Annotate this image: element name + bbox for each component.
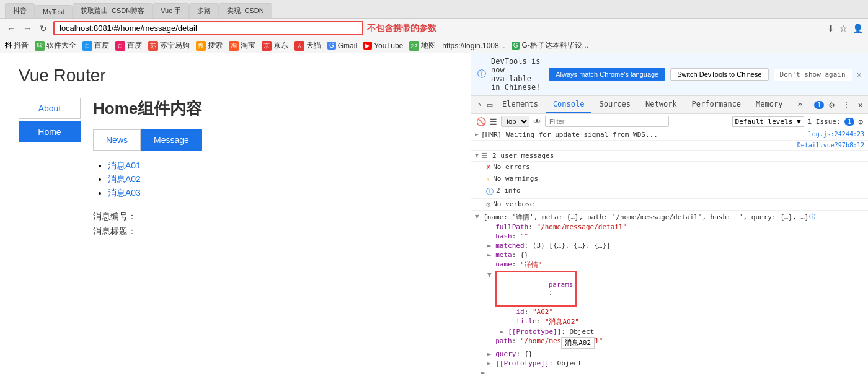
address-input[interactable] [53,21,363,35]
console-row-info: ⓘ 2 info [471,185,868,199]
console-settings-icon[interactable]: ⚙ [858,117,863,126]
main-container: Vue Router About Home Home组件内容 News Mess… [0,53,868,374]
bookmark-1008[interactable]: https://login.1008... [442,42,505,50]
default-levels-select[interactable]: Default levels ▼ [732,116,804,127]
bookmark-gezi[interactable]: G G-格子达本科毕设... [512,40,588,51]
expand-arrow[interactable]: ► [475,131,479,138]
tree-expand-meta[interactable]: ► [487,251,495,259]
gmail-icon: G [327,42,336,50]
tab-sources[interactable]: Sources [591,96,638,113]
hmr-source[interactable]: log.js:24244:23 [808,131,864,138]
tree-params-id: id : "A02" [475,307,864,317]
bookmark-software[interactable]: 软 软件大全 [35,40,76,51]
tab-more[interactable]: » [790,96,809,113]
inspect-element-icon[interactable]: ◝ [474,97,485,113]
tree-expand-query[interactable]: ► [487,350,495,358]
tab-performance[interactable]: Performance [684,96,748,113]
tab-0[interactable]: 抖音 [5,3,35,18]
settings-gear-icon[interactable]: ⚙ [826,97,836,112]
bookmark-jd[interactable]: 京 京东 [262,40,288,51]
tab-2[interactable]: 获取路由_CSDN博客 [73,3,153,18]
sub-tab-message[interactable]: Message [141,129,202,151]
params-highlight-box: params : [495,271,577,307]
message-link-a02[interactable]: 消息A02 [108,174,141,184]
more-options-icon[interactable]: ⋮ [839,97,853,112]
info-label: 2 info [496,186,864,195]
forward-button[interactable]: → [21,22,33,35]
tree-indent [500,308,516,316]
refresh-button[interactable]: ↻ [37,22,50,35]
devtools-right-icons: 1 ⚙ ⋮ ✕ [814,97,866,112]
tree-right-arrow-icon[interactable]: ► [481,369,485,374]
profile-icon[interactable]: 👤 [852,24,863,33]
filter-toggle-icon[interactable]: ☰ [490,117,497,126]
bookmark-icon[interactable]: ☆ [839,24,848,33]
switch-chinese-button[interactable]: Switch DevTools to Chinese [670,68,768,81]
bookmark-gmail[interactable]: G Gmail [327,42,357,50]
tree-arrow-right: ► [475,368,864,374]
tab-elements[interactable]: Elements [495,96,546,113]
tree-matched-val: (3) [{…}, {…}, {…}] [533,242,611,250]
console-row-user-messages: ▼ ☰ 2 user messages [471,151,868,162]
tree-expand-matched[interactable]: ► [487,242,495,250]
info-icon: ⓘ [477,69,486,80]
issue-count: 1 Issue: 1 [808,118,855,126]
tab-console[interactable]: Console [546,96,592,113]
bookmark-baidu1-label: 百度 [94,40,109,51]
tree-expand-proto1[interactable]: ► [500,328,508,336]
bookmark-baidu2-label: 百度 [127,40,142,51]
device-mode-icon[interactable]: ▭ [485,97,495,112]
tree-expand-root[interactable]: ▼ [475,212,483,221]
tree-query-val: {} [525,350,533,358]
message-link-a01[interactable]: 消息A01 [108,160,141,170]
clear-console-icon[interactable]: 🚫 [476,117,486,126]
bookmark-map[interactable]: 地 地图 [409,40,436,51]
browser-tabs: 抖音 MyTest 获取路由_CSDN博客 Vue 手 多路 实现_CSDN [0,0,868,19]
address-bar-row: ← → ↻ 不包含携带的参数 ⬇ ☆ 👤 [0,19,868,38]
devtools-body: ► [HMR] Waiting for update signal from W… [471,129,868,374]
context-select[interactable]: top [501,116,529,127]
bookmark-youtube[interactable]: ▶ YouTube [363,42,403,50]
info-circle-icon: ⓘ [486,186,494,197]
dont-show-again-button[interactable]: Don't show again [774,69,852,81]
bookmark-baidu2[interactable]: 百 百度 [115,40,142,51]
tab-network[interactable]: Network [638,96,684,113]
address-warning: 不包含携带的参数 [367,23,436,34]
tab-3[interactable]: Vue 手 [153,3,189,18]
console-row-no-warnings: ⚠ No warnings [471,173,868,185]
eye-icon[interactable]: 👁 [533,117,541,126]
detail-source[interactable]: Detail.vue?97b8:12 [797,142,864,149]
tab-4[interactable]: 多路 [189,3,219,18]
message-link-a03[interactable]: 消息A03 [108,188,141,198]
user-messages-expand[interactable]: ▼ [475,152,479,159]
notification-close-button[interactable]: ✕ [857,69,862,79]
back-button[interactable]: ← [5,22,17,35]
bookmark-tianmao[interactable]: 天 天猫 [294,40,321,51]
devtools-panel: ⓘ DevTools is now available in Chinese! … [471,53,868,374]
bookmark-douyin[interactable]: 抖 抖音 [5,40,29,51]
match-language-button[interactable]: Always match Chrome's language [549,68,665,81]
tianmao-icon: 天 [294,41,304,51]
tab-1[interactable]: MyTest [35,5,73,18]
sub-tab-news[interactable]: News [93,129,141,151]
bookmark-suning[interactable]: 苏 苏宁易购 [148,40,190,51]
nav-home[interactable]: Home [19,121,81,142]
filter-input[interactable] [545,116,669,127]
tree-expand-proto2[interactable]: ► [487,359,495,367]
nav-about[interactable]: About [19,98,81,119]
tree-fullpath-val: "/home/message/detail" [536,223,627,231]
tab-5[interactable]: 实现_CSDN [219,3,272,18]
list-icon: ☰ [481,152,487,160]
devtools-tabs: ◝ ▭ Elements Console Sources Network Per… [471,96,868,114]
bookmark-taobao[interactable]: 淘 淘宝 [229,40,255,51]
object-info-icon[interactable]: ⓘ [809,212,815,221]
close-devtools-icon[interactable]: ✕ [856,97,866,112]
tab-memory[interactable]: Memory [748,96,790,113]
bookmark-search[interactable]: 搜 搜索 [196,40,223,51]
tree-meta-val: {} [520,251,528,259]
bookmark-baidu1[interactable]: 百 百度 [82,40,109,51]
tree-expand-params[interactable]: ▼ [487,271,495,279]
bookmark-software-label: 软件大全 [46,40,76,51]
gezi-icon: G [512,42,520,50]
download-icon[interactable]: ⬇ [827,24,835,33]
